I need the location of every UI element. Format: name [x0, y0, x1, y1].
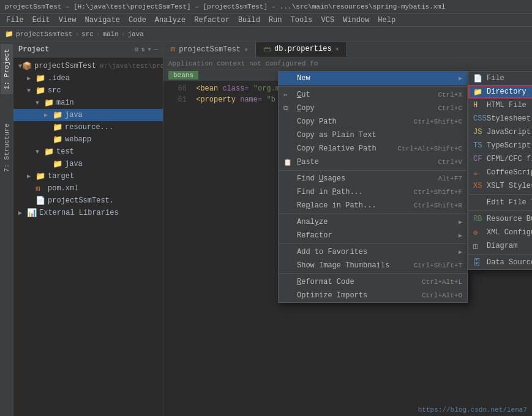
tab-db-props[interactable]: 🗃 db.properties ✕ [256, 42, 347, 57]
submenu-item-rb[interactable]: RB Resource Bundle [468, 212, 532, 226]
submenu-label-ts: TypeScript File [487, 141, 532, 150]
breadcrumb-java[interactable]: java [127, 31, 143, 38]
submenu-item-file[interactable]: 📄 File [468, 72, 532, 85]
submenu-item-diagram[interactable]: ◫ Diagram ▶ [468, 239, 532, 253]
menu-tools[interactable]: Tools [287, 15, 317, 26]
paste-icon: 📋 [283, 158, 293, 166]
ctx-item-optimize[interactable]: Optimize Imports Ctrl+Alt+O [279, 289, 467, 302]
ctx-item-favorites[interactable]: Add to Favorites ▶ [279, 245, 467, 259]
breadcrumb-main[interactable]: main [102, 31, 118, 38]
side-tabs: 1: Project 7: Structure [0, 42, 13, 416]
menu-help[interactable]: Help [374, 15, 399, 26]
tree-item-ext-libs[interactable]: ▶ 📊 External Libraries [13, 207, 163, 219]
menu-code[interactable]: Code [125, 15, 150, 26]
submenu-item-js[interactable]: JS JavaScript File [468, 125, 532, 139]
submenu-item-datasource[interactable]: 🗄 Data Source [468, 256, 532, 269]
menu-window[interactable]: Window [339, 15, 373, 26]
ctx-item-analyze[interactable]: Analyze ▶ [279, 215, 467, 229]
submenu-item-coffee[interactable]: ☕ CoffeeScript File [468, 166, 532, 179]
ctx-item-replace-path[interactable]: Replace in Path... Ctrl+Shift+R [279, 199, 467, 212]
file-icon: 📄 [473, 74, 483, 83]
breadcrumb-sep2: › [96, 31, 100, 38]
code-attr-61: name= [240, 95, 262, 104]
project-tree: ▼ 📦 projectSsmTest H:\java\test\projectS… [13, 58, 163, 416]
ctx-item-find-path[interactable]: Find in Path... Ctrl+Shift+F [279, 185, 467, 199]
ctx-arrow-new: ▶ [459, 75, 462, 82]
submenu-item-directory[interactable]: 📁 Directory [468, 85, 532, 98]
ctx-label-paste: Paste [297, 158, 319, 166]
submenu-label-file: File [487, 74, 504, 83]
menu-edit[interactable]: Edit [29, 15, 54, 26]
menu-navigate[interactable]: Navigate [81, 15, 124, 26]
submenu-item-templates[interactable]: Edit File Templates... [468, 196, 532, 209]
tab-close-project[interactable]: ✕ [244, 46, 248, 53]
expand-icon[interactable]: ▾ [148, 45, 152, 53]
breadcrumb-sep3: › [121, 31, 126, 38]
tree-label-resources: resource... [65, 123, 113, 132]
submenu-item-html[interactable]: H HTML File [468, 98, 532, 112]
menu-analyze[interactable]: Analyze [151, 15, 189, 26]
tree-item-root[interactable]: ▼ 📦 projectSsmTest H:\java\test\projectS… [13, 60, 163, 72]
ctx-label-copy: Copy [297, 104, 315, 113]
submenu-label-css: Stylesheet [487, 114, 531, 123]
ctx-sep-2 [279, 170, 467, 171]
submenu-new: 📄 File 📁 Directory H HTML File CSS Style… [468, 71, 532, 270]
menu-view[interactable]: View [55, 15, 80, 26]
tree-item-src[interactable]: ▼ 📁 src [13, 84, 163, 97]
ctx-item-find-usages[interactable]: Find Usages Alt+F7 [279, 172, 467, 185]
ctx-item-reformat[interactable]: Reformat Code Ctrl+Alt+L [279, 275, 467, 289]
submenu-item-ts[interactable]: TS TypeScript File [468, 139, 532, 152]
ctx-item-copy[interactable]: ⧉ Copy Ctrl+C [279, 102, 467, 115]
ctx-shortcut-find-path: Ctrl+Shift+F [414, 188, 462, 196]
panel-icons: ⚙ ⇅ ▾ — [135, 45, 158, 53]
tab-project[interactable]: 1: Project [1, 44, 13, 94]
ctx-shortcut-cut: Ctrl+X [438, 91, 462, 98]
panel-title: Project [18, 45, 49, 54]
tab-close-db[interactable]: ✕ [335, 45, 339, 53]
tree-label-ext-libs: External Libraries [39, 209, 119, 217]
breadcrumb-project[interactable]: projectSsmTest [16, 31, 72, 38]
ctx-item-copy-plain[interactable]: Copy as Plain Text [279, 128, 467, 142]
tree-item-java-main[interactable]: ▶ 📁 java [13, 109, 163, 121]
gear-icon[interactable]: ⚙ [135, 45, 139, 53]
menu-build[interactable]: Build [234, 15, 264, 26]
tree-item-pom[interactable]: m pom.xml [13, 182, 163, 195]
menu-vcs[interactable]: VCS [318, 15, 339, 26]
submenu-item-xslt[interactable]: XS XSLT Stylesheet [468, 179, 532, 193]
tree-item-target[interactable]: ▶ 📁 target [13, 170, 163, 182]
xml-icon-pom: m [36, 184, 45, 193]
tree-label-root: projectSsmTest [34, 62, 96, 70]
submenu-item-xml[interactable]: ⚙ XML Configuration File ▶ [468, 226, 532, 239]
ctx-item-cut[interactable]: ✂ Cut Ctrl+X [279, 88, 467, 102]
menu-file[interactable]: File [2, 15, 28, 26]
tree-item-resources[interactable]: 📁 resource... [13, 121, 163, 133]
tree-item-main[interactable]: ▼ 📁 main [13, 97, 163, 109]
tree-item-test[interactable]: ▼ 📁 test [13, 146, 163, 158]
title-text: projectSsmTest – [H:\java\test\projectSs… [5, 3, 446, 10]
tab-structure[interactable]: 7: Structure [1, 119, 13, 177]
tree-item-idea[interactable]: ▶ 📁 .idea [13, 72, 163, 84]
ctx-item-new[interactable]: New ▶ [279, 72, 467, 85]
editor-area: m projectSsmTest ✕ 🗃 db.properties ✕ App… [163, 42, 532, 416]
submenu-item-css[interactable]: CSS Stylesheet [468, 112, 532, 125]
tree-item-webapp[interactable]: 📁 webapp [13, 133, 163, 146]
ctx-shortcut-optimize: Ctrl+Alt+O [422, 292, 462, 299]
ctx-item-thumbnails[interactable]: Show Image Thumbnails Ctrl+Shift+T [279, 259, 467, 272]
sort-icon[interactable]: ⇅ [141, 45, 145, 53]
ctx-item-paste[interactable]: 📋 Paste Ctrl+V [279, 155, 467, 169]
tree-item-proj-file[interactable]: 📄 projectSsmTest. [13, 195, 163, 207]
code-tag-61: <property [196, 95, 240, 104]
menu-refactor[interactable]: Refactor [190, 15, 233, 26]
submenu-item-cfml[interactable]: CF CFML/CFC file [468, 152, 532, 166]
menu-run[interactable]: Run [265, 15, 286, 26]
ctx-item-refactor[interactable]: Refactor ▶ [279, 229, 467, 242]
close-panel-icon[interactable]: — [154, 45, 158, 53]
tree-item-java-test[interactable]: 📁 java [13, 158, 163, 170]
rb-icon: RB [473, 215, 483, 223]
ctx-item-copy-rel[interactable]: Copy Relative Path Ctrl+Alt+Shift+C [279, 142, 467, 155]
ctx-label-analyze: Analyze [297, 218, 328, 226]
tab-project-ssm[interactable]: m projectSsmTest ✕ [163, 42, 256, 57]
breadcrumb-src[interactable]: src [81, 31, 94, 38]
ctx-item-copy-path[interactable]: Copy Path Ctrl+Shift+C [279, 115, 467, 128]
sub-sep-3 [468, 254, 532, 254]
